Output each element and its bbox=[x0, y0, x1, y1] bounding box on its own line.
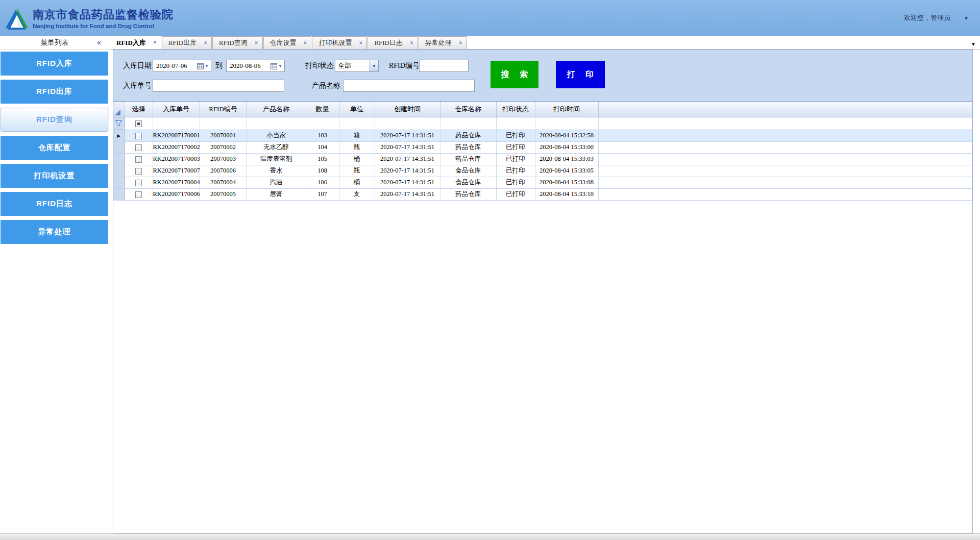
cell-qty: 105 bbox=[306, 153, 339, 165]
date-from-picker[interactable]: 2020-07-06 ▼ bbox=[153, 60, 211, 72]
column-header-5[interactable]: 数量 bbox=[306, 102, 339, 117]
user-menu-caret-icon[interactable]: ▼ bbox=[964, 15, 969, 21]
tab-4[interactable]: 仓库设置 × bbox=[263, 36, 312, 49]
sidebar-item-6[interactable]: RFID日志 bbox=[1, 192, 108, 216]
column-header-6[interactable]: 单位 bbox=[339, 102, 375, 117]
tab-close-icon[interactable]: × bbox=[255, 39, 258, 47]
row-select-cell bbox=[125, 141, 153, 153]
tab-close-icon[interactable]: × bbox=[153, 39, 157, 46]
column-header-7[interactable]: 创建时间 bbox=[375, 102, 440, 117]
tab-close-icon[interactable]: × bbox=[204, 39, 207, 47]
tab-5[interactable]: 打印机设置 × bbox=[312, 36, 367, 49]
table-row[interactable]: RK202007170003 20070003 温度表溶剂 105 桶 2020… bbox=[113, 153, 972, 165]
print-button[interactable]: 打 印 bbox=[556, 61, 605, 88]
column-header-filler bbox=[598, 102, 972, 117]
app-header: 南京市食品药品监督检验院 Nanjing Institute for Food … bbox=[0, 0, 980, 36]
date-caret-icon[interactable]: ▼ bbox=[278, 64, 282, 68]
sidebar-item-5[interactable]: 打印机设置 bbox=[1, 164, 108, 188]
calendar-icon[interactable] bbox=[271, 63, 277, 69]
tab-3[interactable]: RFID查询 × bbox=[212, 36, 262, 49]
rfid-input[interactable] bbox=[419, 60, 469, 72]
cell-rfid: 20070001 bbox=[200, 130, 247, 141]
print-status-select[interactable]: 全部 ▼ bbox=[335, 60, 379, 72]
row-checkbox[interactable] bbox=[135, 144, 142, 151]
rfid-label: RFID编号 bbox=[389, 60, 420, 72]
sidebar-title: 菜单列表 bbox=[40, 38, 69, 47]
tab-overflow-icon[interactable]: ▼ bbox=[971, 41, 976, 47]
column-header-9[interactable]: 打印状态 bbox=[496, 102, 535, 117]
date-to-picker[interactable]: 2020-08-06 ▼ bbox=[226, 60, 285, 72]
cell-order: RK202007170004 bbox=[153, 177, 200, 188]
tab-6[interactable]: RFID日志 × bbox=[368, 36, 418, 49]
cell-rfid: 20070005 bbox=[200, 188, 247, 200]
sidebar-item-7[interactable]: 异常处理 bbox=[1, 220, 108, 244]
cell-unit: 支 bbox=[339, 188, 375, 200]
cell-warehouse: 药品仓库 bbox=[440, 153, 496, 165]
sidebar-item-2[interactable]: RFID出库 bbox=[1, 80, 108, 104]
tab-2[interactable]: RFID出库 × bbox=[162, 36, 212, 49]
tab-close-icon[interactable]: × bbox=[459, 39, 462, 47]
row-checkbox[interactable] bbox=[135, 191, 142, 198]
column-header-8[interactable]: 仓库名称 bbox=[440, 102, 496, 117]
search-button[interactable]: 搜 索 bbox=[491, 61, 538, 88]
row-select-cell bbox=[125, 153, 153, 165]
cell-printed: 2020-08-04 15:33:03 bbox=[535, 153, 598, 165]
tab-close-icon[interactable]: × bbox=[304, 39, 307, 47]
select-all-corner[interactable] bbox=[113, 102, 125, 117]
tab-close-icon[interactable]: × bbox=[359, 39, 362, 47]
select-all-checkbox[interactable] bbox=[135, 120, 142, 127]
cell-warehouse: 药品仓库 bbox=[440, 130, 496, 141]
calendar-icon[interactable] bbox=[197, 63, 204, 69]
date-caret-icon[interactable]: ▼ bbox=[205, 64, 209, 68]
app-title: 南京市食品药品监督检验院 bbox=[33, 7, 174, 22]
cell-product: 汽油 bbox=[247, 177, 306, 188]
sidebar-collapse-icon[interactable]: « bbox=[97, 38, 101, 46]
combo-caret-icon[interactable]: ▼ bbox=[370, 60, 378, 71]
tab-1[interactable]: RFID入库 × bbox=[110, 36, 161, 49]
row-checkbox[interactable] bbox=[135, 156, 142, 163]
row-indicator-cell bbox=[113, 177, 125, 188]
sidebar-item-1[interactable]: RFID入库 bbox=[1, 52, 108, 76]
cell-status: 已打印 bbox=[496, 153, 535, 165]
sidebar-item-3[interactable]: RFID查询 bbox=[1, 108, 108, 132]
order-label: 入库单号 bbox=[123, 80, 152, 92]
table-row[interactable]: RK202007170004 20070004 汽油 106 桶 2020-07… bbox=[113, 177, 972, 188]
column-header-2[interactable]: 入库单号 bbox=[153, 102, 200, 117]
table-row[interactable]: ▶ RK202007170001 20070001 小当家 103 箱 2020… bbox=[113, 130, 972, 141]
filter-cell[interactable] bbox=[113, 117, 125, 130]
row-checkbox[interactable] bbox=[135, 180, 142, 186]
cell-qty: 104 bbox=[306, 141, 339, 153]
grid-filter-row bbox=[113, 117, 972, 130]
column-header-10[interactable]: 打印时间 bbox=[535, 102, 598, 117]
row-checkbox[interactable] bbox=[135, 133, 142, 139]
cell-created: 2020-07-17 14:31:51 bbox=[375, 177, 440, 188]
product-input[interactable] bbox=[343, 80, 475, 92]
user-menu[interactable]: 欢迎您，管理员 ▼ bbox=[904, 13, 969, 22]
cell-product: 温度表溶剂 bbox=[247, 153, 306, 165]
filter-funnel-icon[interactable] bbox=[115, 120, 122, 127]
cell-order: RK202007170001 bbox=[153, 130, 200, 141]
tab-close-icon[interactable]: × bbox=[410, 39, 413, 47]
table-row[interactable]: RK202007170006 20070005 唇膏 107 支 2020-07… bbox=[113, 188, 972, 200]
tab-7[interactable]: 异常处理 × bbox=[419, 36, 467, 49]
cell-unit: 瓶 bbox=[339, 165, 375, 177]
cell-printed: 2020-08-04 15:33:08 bbox=[535, 177, 598, 188]
cell-warehouse: 食品仓库 bbox=[440, 177, 496, 188]
cell-printed: 2020-08-04 15:32:58 bbox=[535, 130, 598, 141]
order-input[interactable] bbox=[153, 80, 284, 92]
cell-filler bbox=[598, 188, 972, 200]
sidebar-item-4[interactable]: 仓库配置 bbox=[1, 136, 108, 160]
column-header-4[interactable]: 产品名称 bbox=[247, 102, 306, 117]
row-checkbox[interactable] bbox=[135, 168, 142, 175]
table-row[interactable]: RK202007170002 20070002 无水乙醇 104 瓶 2020-… bbox=[113, 141, 972, 153]
current-row-arrow-icon: ▶ bbox=[117, 133, 120, 138]
cell-status: 已打印 bbox=[496, 188, 535, 200]
cell-qty: 107 bbox=[306, 188, 339, 200]
cell-status: 已打印 bbox=[496, 141, 535, 153]
cell-product: 唇膏 bbox=[247, 188, 306, 200]
table-row[interactable]: RK202007170007 20070006 香水 108 瓶 2020-07… bbox=[113, 165, 972, 177]
column-header-3[interactable]: RFID编号 bbox=[200, 102, 247, 117]
cell-warehouse: 食品仓库 bbox=[440, 165, 496, 177]
column-header-1[interactable]: 选择 bbox=[125, 102, 153, 117]
search-form-panel: 入库日期 2020-07-06 ▼ 到 2020-08-06 ▼ 打印状态 全部… bbox=[113, 50, 972, 101]
